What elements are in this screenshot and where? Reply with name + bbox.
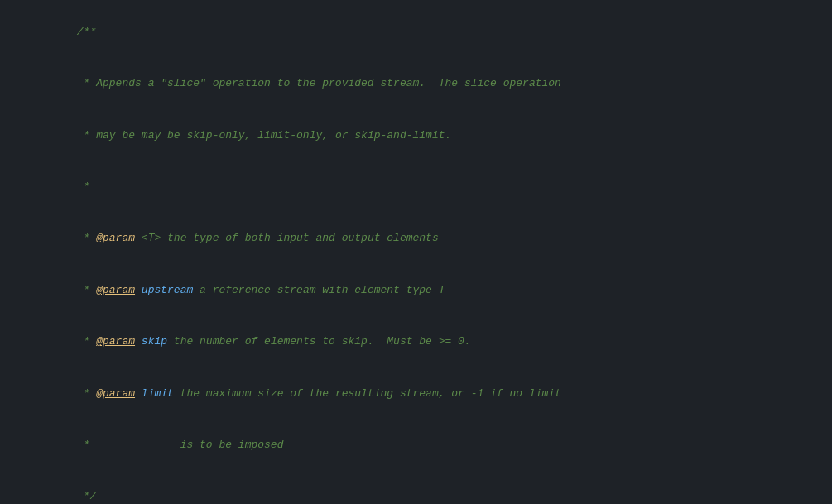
line-content: * may be may be skip-only, limit-only, o… bbox=[30, 110, 832, 161]
code-token: * bbox=[77, 335, 96, 348]
code-line: * is to be imposed bbox=[0, 420, 832, 471]
code-token: * bbox=[77, 180, 90, 193]
code-token: @param bbox=[96, 232, 135, 244]
code-token: <T> the type of both input and output el… bbox=[135, 232, 439, 244]
code-token bbox=[135, 284, 142, 296]
code-token: or bbox=[335, 129, 349, 142]
code-token: upstream bbox=[142, 284, 193, 296]
code-token: * is to be imposed bbox=[77, 439, 284, 451]
code-token: @param bbox=[96, 387, 135, 400]
code-line: /** bbox=[0, 7, 832, 58]
code-token: * may be may be skip-only, limit-only, bbox=[77, 129, 335, 142]
code-token: * bbox=[77, 232, 96, 244]
code-line: * Appends a "slice" operation to the pro… bbox=[0, 58, 832, 109]
line-content: * @param <T> the type of both input and … bbox=[30, 214, 832, 265]
line-content: * @param skip the number of elements to … bbox=[30, 316, 832, 367]
code-token: skip-and-limit. bbox=[348, 129, 451, 142]
code-token: */ bbox=[77, 490, 96, 502]
code-token: @param bbox=[96, 335, 135, 348]
code-line: * bbox=[0, 161, 832, 213]
code-token: a reference stream with element type T bbox=[193, 284, 445, 296]
code-token: @param bbox=[96, 284, 135, 296]
code-editor: /** * Appends a "slice" operation to the… bbox=[0, 0, 832, 504]
code-token: * bbox=[77, 284, 96, 296]
line-content: /** bbox=[30, 7, 832, 58]
code-token: skip bbox=[142, 335, 167, 348]
line-content: */ bbox=[30, 472, 832, 504]
line-content: * bbox=[30, 161, 832, 213]
line-content: * Appends a "slice" operation to the pro… bbox=[30, 58, 832, 109]
code-line: */ bbox=[0, 472, 832, 504]
code-token: the number of elements to skip. Must be … bbox=[167, 335, 471, 348]
code-token: limit bbox=[142, 387, 174, 400]
code-line: * @param upstream a reference stream wit… bbox=[0, 265, 832, 316]
line-content: * @param upstream a reference stream wit… bbox=[30, 265, 832, 316]
code-token bbox=[135, 387, 142, 400]
code-token bbox=[135, 335, 142, 348]
line-content: * is to be imposed bbox=[30, 420, 832, 471]
code-line: * may be may be skip-only, limit-only, o… bbox=[0, 110, 832, 161]
code-token: * Appends a "slice" operation to the pro… bbox=[77, 77, 561, 89]
code-token: * bbox=[77, 387, 96, 400]
line-content: * @param limit the maximum size of the r… bbox=[30, 368, 832, 420]
code-token: /** bbox=[77, 26, 96, 38]
code-token: the maximum size of the resulting stream… bbox=[174, 387, 561, 400]
code-line: * @param limit the maximum size of the r… bbox=[0, 368, 832, 420]
code-line: * @param skip the number of elements to … bbox=[0, 316, 832, 367]
code-line: * @param <T> the type of both input and … bbox=[0, 214, 832, 265]
